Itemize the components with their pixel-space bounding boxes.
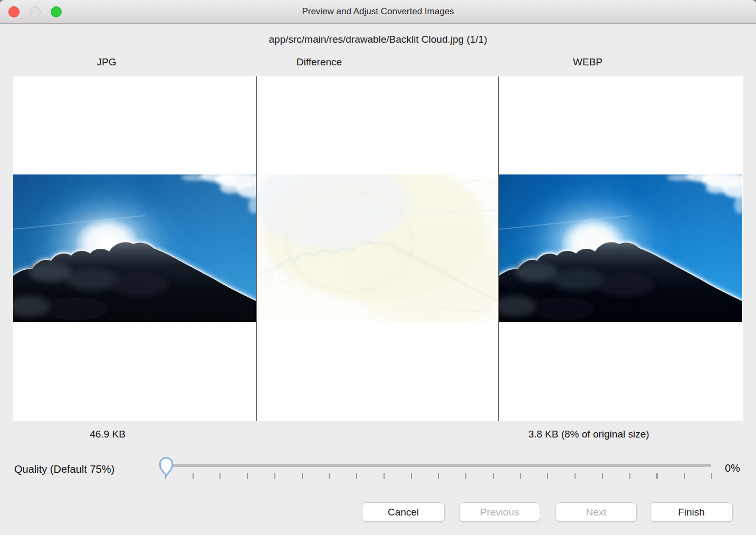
difference-preview-image [257, 174, 498, 322]
webp-preview-image [499, 174, 742, 322]
finish-button[interactable]: Finish [650, 502, 733, 522]
column-header-difference: Difference [296, 56, 342, 68]
previous-button[interactable]: Previous [459, 502, 540, 522]
cancel-button[interactable]: Cancel [362, 502, 445, 522]
close-button[interactable] [8, 6, 20, 17]
window-title: Preview and Adjust Converted Images [0, 0, 756, 23]
title-bar[interactable]: Preview and Adjust Converted Images [0, 0, 756, 24]
quality-slider-ticks [165, 473, 712, 479]
column-header-jpg: JPG [97, 56, 117, 68]
traffic-lights [8, 6, 62, 17]
preview-area [13, 76, 743, 421]
quality-slider-track[interactable] [165, 464, 711, 467]
minimize-button[interactable] [30, 6, 41, 17]
dialog-window: Preview and Adjust Converted Images app/… [0, 0, 756, 535]
file-path-label: app/src/main/res/drawable/Backlit Cloud.… [0, 34, 756, 45]
jpg-size-label: 46.9 KB [90, 429, 126, 440]
quality-slider-thumb[interactable] [158, 456, 175, 478]
next-button[interactable]: Next [556, 502, 637, 522]
webp-size-label: 3.8 KB (8% of original size) [528, 429, 649, 440]
jpg-preview-image [13, 174, 256, 322]
quality-label: Quality (Default 75%) [14, 463, 114, 475]
zoom-button[interactable] [51, 6, 62, 17]
quality-value-label: 0% [725, 462, 740, 474]
column-header-webp: WEBP [573, 56, 602, 68]
